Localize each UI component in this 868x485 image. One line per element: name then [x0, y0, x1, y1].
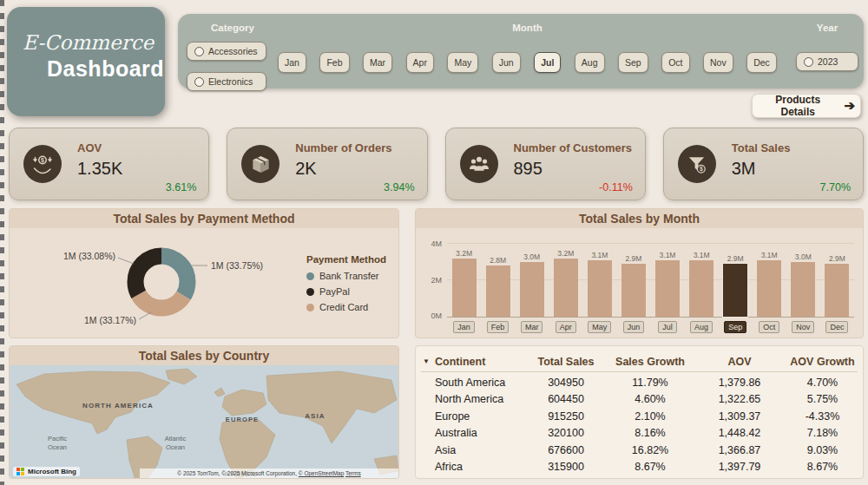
bar-mar[interactable]: [520, 262, 544, 317]
month-bar-chart: 3.2M2.8M3.0M3.2M3.1M2.9M3.1M3.1M2.9M3.1M…: [423, 233, 854, 334]
kpi-delta: 7.70%: [820, 181, 851, 193]
column-header-total-sales[interactable]: Total Sales: [523, 356, 608, 368]
bar-aug[interactable]: [689, 260, 713, 317]
column-header-sales-growth[interactable]: Sales Growth: [608, 356, 692, 368]
products-details-button[interactable]: Products Details ➔: [752, 94, 861, 118]
x-tick-sep: Sep: [724, 321, 746, 333]
kpi-card-total-sales: $Total Sales3M7.70%: [663, 128, 864, 200]
tick-column: Aug: [685, 321, 719, 333]
cell-sales-growth: 16.82%: [608, 444, 692, 456]
continent-table-panel: ▼ContinentTotal SalesSales GrowthAOVAOV …: [415, 345, 864, 479]
kpi-card-number-of-orders: Number of Orders2K3.94%: [227, 128, 427, 200]
bar-nov[interactable]: [791, 262, 815, 317]
table-row-europe[interactable]: Europe9152502.10%1,309.37-4.33%: [421, 408, 858, 425]
dashboard-title-line1: E-Commerce: [23, 31, 165, 54]
month-option-may[interactable]: May: [447, 52, 478, 73]
column-header-continent[interactable]: Continent: [435, 356, 523, 368]
table-dropdown-icon[interactable]: ▼: [421, 357, 435, 365]
bar-value-label: 2.9M: [727, 254, 744, 263]
x-tick-jul: Jul: [658, 321, 677, 333]
bar-jul[interactable]: [655, 260, 680, 317]
kpi-row: $AOV1.35K3.61%Number of Orders2K3.94%Num…: [9, 128, 864, 200]
bar-value-label: 2.8M: [490, 256, 506, 265]
bar-column-aug: 3.1M: [685, 251, 719, 317]
bar-value-label: 3.1M: [660, 251, 676, 259]
cell-total-sales: 676600: [523, 444, 608, 456]
bar-feb[interactable]: [486, 265, 510, 317]
table-row-africa[interactable]: Africa3159008.67%1,397.798.67%: [421, 459, 858, 476]
month-option-dec[interactable]: Dec: [746, 52, 777, 73]
month-option-aug[interactable]: Aug: [575, 52, 605, 73]
month-option-sep[interactable]: Sep: [618, 52, 648, 73]
month-option-jul[interactable]: Jul: [534, 52, 561, 73]
month-option-jan[interactable]: Jan: [278, 52, 306, 73]
table-row-north-america[interactable]: North America6044504.60%1,322.655.75%: [421, 391, 858, 409]
bar-jun[interactable]: [621, 264, 646, 317]
cell-sales-growth: 4.60%: [608, 393, 692, 405]
map-label-north-america: NORTH AMERICA: [82, 402, 154, 410]
cell-aov: 1,309.37: [692, 410, 787, 423]
customers-icon: [460, 145, 498, 183]
legend-item-bank-transfer[interactable]: Bank Transfer: [306, 271, 386, 281]
month-option-jun[interactable]: Jun: [492, 52, 521, 73]
cell-continent: Europe: [435, 410, 523, 423]
bar-column-jun: 2.9M: [616, 254, 650, 317]
sales-by-country-panel: Total Sales by Country NORTH AMERICA EUR…: [9, 345, 399, 479]
map-label-europe: EUROPE: [226, 416, 259, 423]
category-option-label: Accessories: [208, 46, 258, 56]
month-option-mar[interactable]: Mar: [363, 52, 392, 73]
category-option-electronics[interactable]: Electronics: [187, 72, 266, 91]
table-row-australia[interactable]: Australia3201008.16%1,448.427.18%: [421, 425, 858, 442]
legend-item-paypal[interactable]: PayPal: [306, 286, 386, 297]
bar-jan[interactable]: [452, 259, 477, 317]
month-panel-title: Total Sales by Month: [416, 209, 863, 228]
cell-sales-growth: 8.16%: [608, 427, 692, 439]
x-tick-may: May: [588, 321, 611, 333]
bar-plot-area: 3.2M2.8M3.0M3.2M3.1M2.9M3.1M3.1M2.9M3.1M…: [447, 233, 854, 318]
kpi-value: 2K: [295, 159, 316, 179]
kpi-delta: 3.61%: [166, 181, 196, 193]
table-row-south-america[interactable]: South America30495011.79%1,379.864.70%: [421, 374, 858, 391]
month-option-apr[interactable]: Apr: [406, 52, 434, 73]
terms-link[interactable]: Terms: [345, 470, 361, 476]
month-option-oct[interactable]: Oct: [661, 52, 689, 73]
continent-table: ▼ContinentTotal SalesSales GrowthAOVAOV …: [421, 351, 858, 475]
x-tick-mar: Mar: [521, 321, 543, 333]
svg-text:$: $: [700, 166, 703, 173]
legend-item-credit-card[interactable]: Credit Card: [306, 302, 386, 312]
bar-may[interactable]: [588, 260, 612, 317]
tick-column: Nov: [786, 321, 820, 333]
month-option-nov[interactable]: Nov: [703, 52, 733, 73]
payment-legend-title: Payment Method: [306, 254, 386, 265]
column-header-aov-growth[interactable]: AOV Growth: [787, 356, 858, 368]
tick-column: Feb: [481, 321, 515, 333]
tick-column: Dec: [820, 321, 854, 333]
bar-apr[interactable]: [554, 259, 578, 317]
cell-aov: 1,379.86: [692, 377, 787, 389]
month-filter-label: Month: [278, 23, 777, 33]
bar-value-label: 2.9M: [829, 254, 845, 263]
x-tick-apr: Apr: [556, 321, 576, 333]
category-option-accessories[interactable]: Accessories: [187, 42, 266, 61]
bar-sep[interactable]: [723, 264, 747, 317]
cell-aov-growth: -4.33%: [787, 410, 858, 423]
world-map[interactable]: NORTH AMERICA EUROPE ASIA AFRICA Pacific…: [10, 365, 398, 478]
arrow-right-icon: ➔: [844, 98, 855, 114]
openstreetmap-link[interactable]: © OpenStreetMap: [299, 470, 344, 476]
table-row-asia[interactable]: Asia67660016.82%1,366.879.03%: [421, 442, 858, 459]
donut-callout-line: [118, 258, 134, 264]
bar-dec[interactable]: [825, 264, 849, 317]
kpi-value: 3M: [732, 159, 756, 179]
column-header-aov[interactable]: AOV: [692, 356, 787, 368]
payment-panel-title: Total Sales by Payment Method: [10, 209, 398, 228]
month-option-feb[interactable]: Feb: [319, 52, 349, 73]
donut-label-bank-transfer: 1M (33.75%): [211, 260, 263, 271]
bar-oct[interactable]: [757, 260, 781, 317]
year-option-2023[interactable]: 2023: [796, 52, 858, 71]
cell-aov-growth: 7.18%: [787, 427, 858, 439]
payment-legend: Payment Method Bank TransferPayPalCredit…: [306, 254, 386, 318]
legend-item-label: Credit Card: [319, 302, 368, 312]
map-label-atlantic-1: Atlantic: [165, 435, 187, 442]
tick-column: Jul: [650, 321, 684, 333]
legend-item-label: Bank Transfer: [319, 271, 378, 281]
